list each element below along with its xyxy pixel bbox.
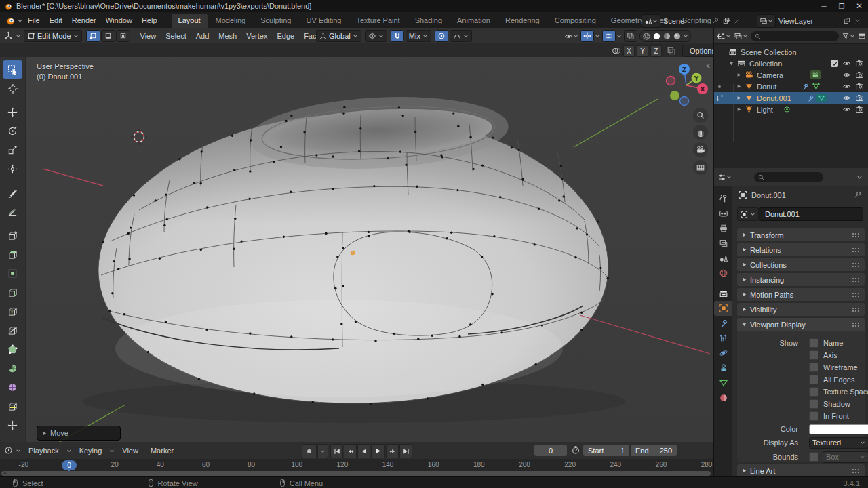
collapse-icon[interactable]: [728, 60, 734, 66]
tab-shading[interactable]: Shading: [408, 14, 449, 28]
tab-layout[interactable]: Layout: [172, 14, 208, 28]
panel-transform[interactable]: Transform: [737, 228, 865, 241]
mirror-x-button[interactable]: X: [623, 45, 635, 57]
pivot-point-dropdown[interactable]: [365, 30, 387, 42]
tool-transform[interactable]: [3, 160, 22, 178]
panel-relations[interactable]: Relations: [737, 243, 865, 256]
timeline-scrollbar[interactable]: [1, 471, 711, 476]
mode-dropdown[interactable]: Edit Mode: [24, 30, 82, 42]
tool-knife[interactable]: [3, 321, 22, 340]
chevron-down-icon[interactable]: [683, 33, 688, 39]
disable-render-icon[interactable]: [855, 105, 864, 114]
outliner-filter-id-dropdown[interactable]: [734, 32, 748, 41]
panel-visibility[interactable]: Visibility: [737, 303, 865, 316]
minimize-button[interactable]: ─: [815, 3, 833, 10]
show-in-front-checkbox[interactable]: [809, 411, 818, 421]
transform-orientation-dropdown[interactable]: Global: [316, 30, 361, 42]
camera-view-button[interactable]: [693, 142, 708, 157]
chevron-down-icon[interactable]: [595, 33, 600, 39]
disable-render-icon[interactable]: [855, 59, 864, 68]
jump-to-start-button[interactable]: [330, 444, 343, 458]
pan-view-button[interactable]: [693, 125, 708, 140]
gizmos-toggle[interactable]: [580, 30, 594, 42]
expand-icon[interactable]: [736, 106, 742, 113]
sidebar-collapse-arrow[interactable]: <: [706, 62, 710, 70]
tab-scene[interactable]: [714, 251, 732, 266]
show-all-edges-checkbox[interactable]: [809, 375, 818, 384]
proportional-falloff-dropdown[interactable]: [450, 30, 472, 42]
outliner-item-collection[interactable]: Collection: [714, 58, 868, 69]
new-viewlayer-icon[interactable]: [843, 17, 851, 25]
tab-object-data[interactable]: [714, 375, 732, 390]
outliner-filter-dropdown[interactable]: [842, 32, 855, 40]
current-frame-field[interactable]: 0: [534, 445, 567, 456]
drag-dots[interactable]: [852, 232, 861, 237]
tab-physics[interactable]: [714, 346, 732, 361]
disable-render-icon[interactable]: [855, 82, 864, 91]
expand-icon[interactable]: [736, 95, 742, 101]
timeline-ruler[interactable]: -202040608010012014016018020022024026028…: [0, 459, 713, 476]
tool-scale[interactable]: [3, 141, 22, 159]
expand-icon[interactable]: [736, 72, 742, 78]
start-frame-field[interactable]: Start1: [583, 445, 629, 456]
scene-name[interactable]: Scene: [663, 17, 684, 25]
menu-window[interactable]: Window: [101, 16, 137, 24]
vertex-select-button[interactable]: [86, 30, 100, 42]
menu-render[interactable]: Render: [67, 16, 101, 24]
tab-sculpting[interactable]: Sculpting: [254, 14, 298, 28]
show-name-checkbox[interactable]: [809, 338, 818, 348]
object-name-input[interactable]: Donut.001: [759, 207, 863, 221]
panel-motion-paths[interactable]: Motion Paths: [737, 288, 865, 301]
menu-help[interactable]: Help: [137, 16, 162, 24]
menu-vertex[interactable]: Vertex: [241, 32, 272, 40]
outliner-item-camera[interactable]: Camera: [714, 69, 868, 81]
mesh-data-icon[interactable]: [812, 82, 821, 91]
proportional-editing-toggle[interactable]: [435, 30, 448, 42]
show-object-types-dropdown[interactable]: [564, 32, 578, 41]
object-origin-dot[interactable]: [351, 251, 354, 254]
scene-3d-view[interactable]: [0, 57, 713, 442]
outliner-search-input[interactable]: [751, 31, 839, 41]
tab-tool[interactable]: [714, 191, 732, 206]
viewlayer-name[interactable]: ViewLayer: [778, 17, 813, 25]
pin-icon[interactable]: [853, 190, 862, 199]
end-frame-field[interactable]: End250: [631, 445, 677, 456]
show-wireframe-checkbox[interactable]: [809, 363, 818, 372]
drag-dots[interactable]: [852, 277, 861, 282]
tab-output[interactable]: [714, 221, 732, 236]
hide-eye-icon[interactable]: [842, 94, 851, 102]
expand-icon[interactable]: [736, 83, 742, 89]
disable-render-icon[interactable]: [855, 70, 864, 79]
next-keyframe-button[interactable]: [386, 444, 399, 458]
menu-marker[interactable]: Marker: [146, 447, 178, 455]
outliner-item-scene-collection[interactable]: Scene Collection: [714, 46, 868, 58]
tool-spin[interactable]: [3, 359, 22, 378]
mirror-z-button[interactable]: Z: [650, 45, 662, 57]
hide-eye-icon[interactable]: [842, 105, 851, 114]
viewport-canvas[interactable]: User Perspective (0) Donut.001 Z Y X <: [0, 57, 713, 442]
chevron-down-icon[interactable]: [616, 33, 622, 39]
menu-playback[interactable]: Playback: [24, 447, 64, 455]
menu-edge[interactable]: Edge: [272, 32, 299, 40]
show-axis-checkbox[interactable]: [809, 350, 818, 360]
scene-type-dropdown[interactable]: [642, 14, 660, 28]
properties-editor-type-dropdown[interactable]: [717, 173, 732, 182]
tab-animation[interactable]: Animation: [450, 14, 497, 28]
tab-view-layer[interactable]: [714, 236, 732, 251]
menu-keying[interactable]: Keying: [75, 447, 107, 455]
properties-search-input[interactable]: [754, 172, 823, 182]
face-select-button[interactable]: [116, 30, 130, 42]
tool-smooth[interactable]: [3, 378, 22, 396]
panel-instancing[interactable]: Instancing: [737, 273, 865, 286]
keying-set-dropdown[interactable]: [317, 444, 328, 458]
rendered-shading-icon[interactable]: [673, 32, 682, 41]
tool-cursor[interactable]: [3, 79, 22, 98]
close-button[interactable]: ✕: [850, 1, 868, 11]
menu-edit[interactable]: Edit: [45, 16, 67, 24]
new-collection-icon[interactable]: [858, 32, 866, 40]
perspective-toggle-button[interactable]: [693, 160, 708, 175]
zoom-view-button[interactable]: [693, 108, 708, 123]
menu-file[interactable]: File: [23, 16, 45, 24]
tab-modifiers[interactable]: [714, 316, 732, 331]
tab-texture-paint[interactable]: Texture Paint: [349, 14, 406, 28]
